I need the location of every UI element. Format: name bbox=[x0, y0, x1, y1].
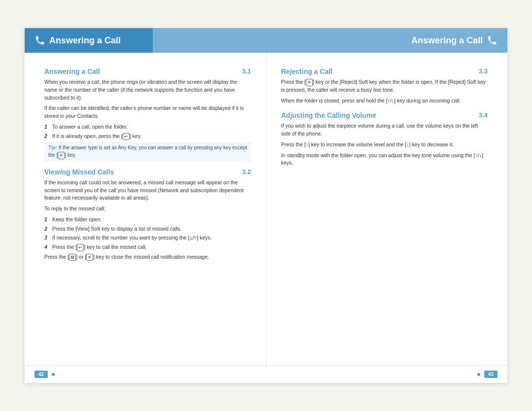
section-32-number: 3.2 bbox=[242, 168, 251, 175]
footer-right: 43 bbox=[477, 371, 498, 378]
header-title-left: Answering a Call bbox=[49, 35, 121, 46]
section-32-steps: 1 Keep the folder open. 2 Press the [Vie… bbox=[44, 216, 251, 251]
section-33-title: 3.3 Rejecting a Call bbox=[281, 68, 488, 75]
footer-left: 42 bbox=[34, 371, 55, 378]
section-34-title: 3.4 Adjusting the Calling Volume bbox=[281, 111, 488, 119]
section-34-content: If you wish to adjust the earpiece volum… bbox=[281, 122, 488, 167]
page-left: 3.1 Answering a Call When you receive a … bbox=[25, 53, 266, 365]
section-answering-call: 3.1 Answering a Call When you receive a … bbox=[44, 68, 251, 161]
footer: 42 43 bbox=[25, 365, 507, 383]
header-center bbox=[153, 28, 379, 53]
section-32-title: 3.2 Viewing Missed Calls bbox=[44, 168, 251, 176]
list-item: 1 Keep the folder open. bbox=[44, 216, 251, 224]
footer-dot-right bbox=[477, 373, 480, 376]
page-num-left: 42 bbox=[34, 371, 48, 378]
section-adjusting-volume: 3.4 Adjusting the Calling Volume If you … bbox=[281, 111, 488, 167]
list-item: 4 Press the [↩] key to call the missed c… bbox=[44, 243, 251, 251]
phone-icon-right bbox=[487, 35, 498, 46]
page-num-right: 43 bbox=[484, 371, 498, 378]
section-31-steps: 1 To answer a call, open the folder. 2 I… bbox=[44, 123, 251, 140]
content-area: 3.1 Answering a Call When you receive a … bbox=[25, 53, 507, 365]
page-right: 3.3 Rejecting a Call Press the [✕] key o… bbox=[266, 53, 508, 365]
tip-box: Tip: If the answer type is set as Any Ke… bbox=[44, 142, 251, 161]
section-32-content: If the incoming call could not be answer… bbox=[44, 179, 251, 261]
section-33-number: 3.3 bbox=[479, 68, 488, 75]
list-item: 3 If necessary, scroll to the number you… bbox=[44, 234, 251, 242]
header-right: Answering a Call bbox=[379, 28, 507, 53]
section-rejecting-call: 3.3 Rejecting a Call Press the [✕] key o… bbox=[281, 68, 488, 104]
section-31-title: 3.1 Answering a Call bbox=[44, 68, 251, 75]
section-34-number: 3.4 bbox=[479, 111, 488, 119]
list-item: 1 To answer a call, open the folder. bbox=[44, 123, 251, 131]
section-31-content: When you receive a call, the phone rings… bbox=[44, 78, 251, 161]
section-33-content: Press the [✕] key or the [Reject] Soft k… bbox=[281, 78, 488, 104]
header-left: Answering a Call bbox=[25, 28, 153, 53]
header-title-right: Answering a Call bbox=[411, 35, 483, 46]
phone-icon-left bbox=[34, 35, 45, 46]
section-31-number: 3.1 bbox=[242, 68, 251, 75]
book-spread: Answering a Call Answering a Call 3.1 An… bbox=[25, 28, 507, 383]
list-item: 2 Press the [View] Soft key to display a… bbox=[44, 225, 251, 233]
list-item: 2 If it is already open, press the [↩] k… bbox=[44, 133, 251, 140]
footer-dot-left bbox=[52, 373, 55, 376]
section-missed-calls: 3.2 Viewing Missed Calls If the incoming… bbox=[44, 168, 251, 261]
header-bar: Answering a Call Answering a Call bbox=[25, 28, 507, 53]
